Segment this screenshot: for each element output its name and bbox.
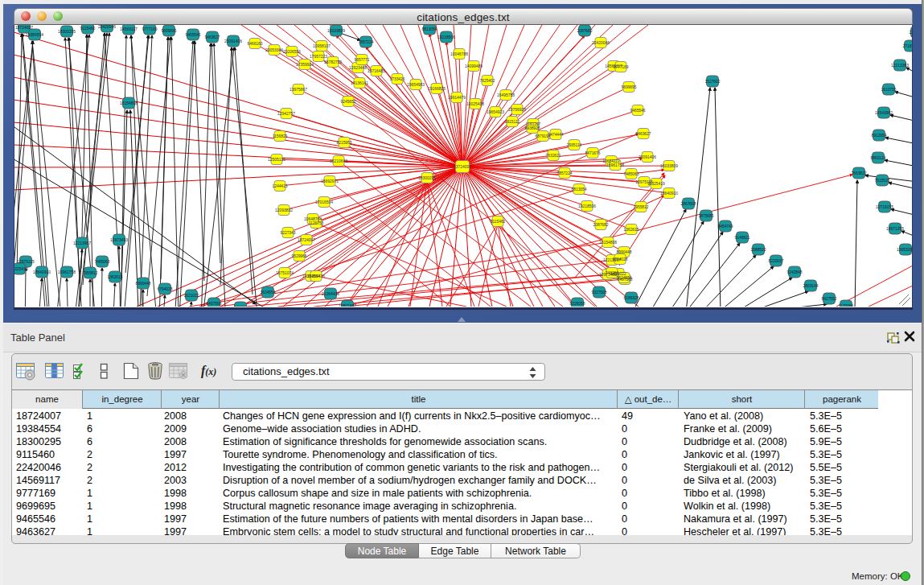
svg-text:16543962: 16543962 bbox=[875, 111, 893, 115]
svg-text:9657771: 9657771 bbox=[354, 58, 369, 62]
svg-text:9245652: 9245652 bbox=[340, 100, 355, 104]
svg-text:2087682: 2087682 bbox=[593, 223, 608, 227]
svg-text:7955812: 7955812 bbox=[633, 205, 648, 209]
svg-text:21364436: 21364436 bbox=[307, 274, 325, 278]
svg-text:9463627: 9463627 bbox=[204, 35, 220, 39]
svg-text:8220037: 8220037 bbox=[768, 259, 783, 263]
svg-text:14099489: 14099489 bbox=[465, 64, 483, 68]
svg-text:16671355: 16671355 bbox=[886, 227, 904, 231]
svg-text:2803144: 2803144 bbox=[803, 284, 818, 288]
svg-text:19218506: 19218506 bbox=[437, 35, 455, 39]
svg-text:10973493: 10973493 bbox=[110, 238, 128, 242]
svg-text:16961758: 16961758 bbox=[58, 270, 76, 274]
svg-text:3875685: 3875685 bbox=[698, 214, 713, 218]
svg-text:15692971: 15692971 bbox=[321, 179, 339, 183]
svg-text:7857224: 7857224 bbox=[358, 40, 373, 44]
svg-text:1126753: 1126753 bbox=[309, 221, 324, 225]
svg-text:9465546: 9465546 bbox=[630, 109, 645, 113]
svg-text:16154808: 16154808 bbox=[599, 241, 617, 245]
svg-text:1733426: 1733426 bbox=[389, 77, 405, 81]
svg-text:8938928: 8938928 bbox=[524, 126, 540, 130]
svg-text:12505135: 12505135 bbox=[268, 158, 285, 162]
svg-text:16495758: 16495758 bbox=[497, 93, 515, 97]
svg-text:7625402: 7625402 bbox=[479, 79, 495, 83]
svg-text:16033809: 16033809 bbox=[327, 29, 345, 33]
svg-text:1170066: 1170066 bbox=[839, 304, 854, 307]
svg-text:10046788: 10046788 bbox=[450, 52, 468, 56]
svg-text:9463627: 9463627 bbox=[635, 132, 651, 136]
svg-text:22420046: 22420046 bbox=[592, 41, 610, 45]
svg-text:12093832: 12093832 bbox=[275, 208, 293, 212]
svg-text:15751074: 15751074 bbox=[276, 271, 294, 275]
svg-text:19166825: 19166825 bbox=[428, 87, 446, 91]
svg-text:746266: 746266 bbox=[606, 271, 619, 275]
svg-text:10653267: 10653267 bbox=[897, 248, 913, 252]
svg-text:19914479: 19914479 bbox=[448, 96, 466, 100]
svg-text:20053346: 20053346 bbox=[265, 48, 283, 52]
svg-text:14136141: 14136141 bbox=[351, 81, 368, 85]
svg-text:1621022: 1621022 bbox=[183, 294, 199, 298]
svg-text:8990448: 8990448 bbox=[135, 282, 150, 286]
svg-text:16961758: 16961758 bbox=[606, 163, 624, 167]
svg-text:9777169: 9777169 bbox=[613, 65, 628, 69]
svg-text:7663822: 7663822 bbox=[851, 171, 866, 175]
svg-text:1156829: 1156829 bbox=[273, 134, 288, 138]
svg-text:9699695: 9699695 bbox=[161, 29, 176, 33]
svg-text:9777169: 9777169 bbox=[142, 27, 157, 31]
svg-text:6794028: 6794028 bbox=[157, 287, 172, 291]
svg-text:7515526: 7515526 bbox=[874, 179, 889, 183]
svg-text:9115460: 9115460 bbox=[491, 220, 506, 224]
svg-text:20206556: 20206556 bbox=[283, 50, 301, 54]
svg-text:3624554: 3624554 bbox=[260, 290, 275, 295]
svg-text:7485063: 7485063 bbox=[94, 260, 109, 264]
svg-text:10648764: 10648764 bbox=[304, 217, 322, 221]
svg-text:13975867: 13975867 bbox=[290, 88, 307, 92]
svg-text:18640910: 18640910 bbox=[660, 192, 678, 196]
svg-text:11325419: 11325419 bbox=[14, 267, 28, 271]
svg-text:18724007: 18724007 bbox=[15, 26, 33, 30]
svg-text:12975115: 12975115 bbox=[17, 260, 35, 264]
svg-text:9146821: 9146821 bbox=[734, 236, 749, 240]
svg-text:8912954: 8912954 bbox=[871, 134, 886, 138]
svg-text:16782759: 16782759 bbox=[324, 60, 342, 64]
svg-text:8215953: 8215953 bbox=[336, 141, 351, 145]
svg-text:12923448: 12923448 bbox=[349, 66, 367, 70]
svg-text:8427552: 8427552 bbox=[821, 297, 836, 301]
svg-text:9529966: 9529966 bbox=[291, 254, 306, 258]
svg-text:6466160: 6466160 bbox=[247, 42, 262, 46]
svg-text:8454749: 8454749 bbox=[717, 225, 733, 229]
svg-text:1362615: 1362615 bbox=[623, 228, 639, 232]
svg-text:19654923: 19654923 bbox=[487, 110, 504, 114]
svg-text:6497568: 6497568 bbox=[206, 302, 221, 306]
svg-text:8471676: 8471676 bbox=[585, 151, 600, 155]
svg-text:9465546: 9465546 bbox=[185, 33, 200, 37]
svg-text:8226058: 8226058 bbox=[569, 302, 585, 306]
svg-text:12213383: 12213383 bbox=[891, 64, 909, 68]
svg-text:18300295: 18300295 bbox=[58, 30, 76, 34]
svg-text:1244415: 1244415 bbox=[272, 184, 287, 188]
svg-text:8813054: 8813054 bbox=[421, 27, 437, 31]
svg-text:9474444: 9474444 bbox=[548, 133, 563, 137]
svg-text:18724007: 18724007 bbox=[298, 238, 315, 242]
svg-text:10807487: 10807487 bbox=[339, 304, 356, 307]
svg-text:1362615: 1362615 bbox=[107, 275, 122, 279]
svg-text:19384554: 19384554 bbox=[26, 33, 43, 37]
svg-text:19218506: 19218506 bbox=[578, 204, 596, 208]
svg-text:17359924: 17359924 bbox=[296, 63, 314, 67]
svg-text:2242004: 2242004 bbox=[909, 31, 913, 35]
svg-text:10025438: 10025438 bbox=[466, 102, 484, 106]
svg-text:19654983: 19654983 bbox=[407, 83, 425, 87]
svg-text:7632621: 7632621 bbox=[545, 154, 561, 158]
svg-text:3624554: 3624554 bbox=[616, 276, 631, 280]
svg-text:22420046: 22420046 bbox=[98, 25, 116, 29]
svg-text:21364436: 21364436 bbox=[322, 292, 339, 296]
svg-text:746266: 746266 bbox=[234, 306, 248, 307]
svg-text:9115460: 9115460 bbox=[80, 27, 96, 31]
svg-text:10719155: 10719155 bbox=[876, 205, 893, 209]
svg-text:12942757: 12942757 bbox=[277, 112, 295, 116]
svg-text:17957223: 17957223 bbox=[310, 55, 327, 59]
svg-text:7857224: 7857224 bbox=[556, 171, 572, 175]
svg-text:2867608: 2867608 bbox=[680, 202, 696, 206]
svg-text:16033809: 16033809 bbox=[660, 164, 678, 168]
svg-text:18640910: 18640910 bbox=[33, 270, 51, 274]
